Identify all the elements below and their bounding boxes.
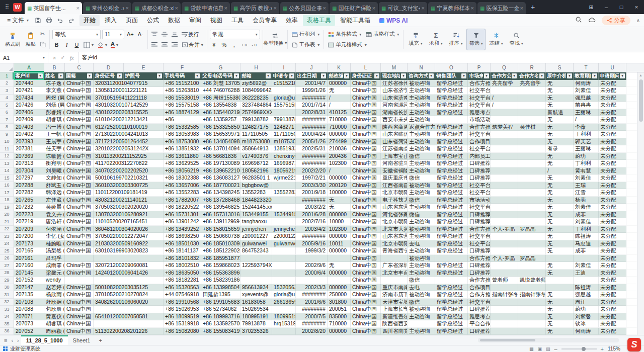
cell[interactable]: 口碑推荐 (468, 306, 491, 313)
align-left-button[interactable] (150, 40, 159, 49)
cell[interactable]: 山东省东营 (381, 233, 408, 240)
share-button[interactable]: 分享 (602, 16, 630, 25)
cell[interactable]: 207288 (14, 182, 44, 190)
row-number[interactable]: 30 (0, 284, 14, 292)
cell[interactable]: / (546, 167, 574, 175)
reading-view-icon[interactable]: ▤ (546, 346, 550, 351)
cell[interactable]: 未分配 (599, 95, 626, 102)
cell[interactable]: China中国 (65, 102, 94, 109)
cell[interactable]: 桂婉唯 (女 (44, 240, 65, 248)
file-menu[interactable]: ≡ 文件 ▾ (4, 16, 32, 25)
cell[interactable]: 留学总经过 (435, 328, 468, 335)
cell[interactable]: 10000 (328, 218, 351, 226)
cell[interactable]: 511302200208201226 (94, 328, 124, 335)
cell[interactable]: 蔚玏 (574, 153, 599, 160)
cell[interactable]: 207173 (14, 240, 44, 248)
cell[interactable]: 梁馨元 (女 (44, 270, 65, 277)
cell[interactable] (94, 255, 124, 262)
cell[interactable]: 207052 (14, 328, 44, 335)
cell[interactable]: 未分配 (599, 262, 626, 270)
cell[interactable]: 200120 (328, 182, 351, 190)
cell[interactable]: China中国 (65, 160, 94, 167)
cell[interactable]: 207073 (14, 320, 44, 328)
cell[interactable]: China中国 (65, 218, 94, 226)
cell[interactable]: 320311200104077915 (94, 80, 124, 87)
cell[interactable]: 丁利利 (574, 226, 599, 233)
cell[interactable]: 主动咨询 (408, 138, 435, 146)
cell[interactable]: 无 (546, 328, 574, 335)
cell[interactable]: China中国 (351, 306, 381, 313)
cell[interactable] (124, 255, 164, 262)
column-header-K[interactable]: K (328, 63, 351, 72)
cell[interactable]: 上海市长宁 (381, 306, 408, 313)
cell[interactable]: 指南针张冬 (518, 291, 546, 299)
cell[interactable]: 赵若婷 (女 (44, 284, 65, 292)
cell[interactable]: 358664913 (240, 145, 272, 153)
cell[interactable] (491, 299, 518, 306)
cell[interactable]: +86 1573130169 (201, 211, 240, 219)
table-style-menu[interactable]: 表格样式▾ (364, 30, 400, 39)
paste-button[interactable]: 粘贴 (24, 29, 38, 50)
maximize-icon[interactable]: □ (614, 0, 629, 14)
header-cell[interactable]: 客户id▾ (14, 72, 44, 80)
cell[interactable]: China中国 (351, 255, 381, 262)
fill-button[interactable]: 填充▾ (406, 29, 425, 50)
cell[interactable]: 口碑推荐 (468, 262, 491, 270)
cell[interactable]: 2002/7/16 (296, 218, 328, 226)
cell[interactable]: 无 (328, 87, 351, 95)
cell[interactable]: 主动咨询 (408, 189, 435, 197)
row-number[interactable]: 36 (0, 328, 14, 335)
cell[interactable]: 苗冉冉 (574, 102, 599, 109)
filter-icon[interactable]: ▾ (592, 73, 597, 78)
cell[interactable]: 301800 (328, 299, 351, 306)
cell[interactable]: 重庆市南岸 (381, 284, 408, 292)
filter-icon[interactable]: ▾ (117, 73, 122, 78)
align-right-button[interactable] (171, 40, 179, 49)
cell[interactable]: +86 52734062 (201, 306, 240, 313)
cell[interactable]: +86 18099519 (164, 313, 201, 321)
cell[interactable]: 15344915E (272, 211, 296, 219)
cell[interactable] (491, 320, 518, 328)
cell[interactable]: +86 15319918 (164, 320, 201, 328)
comma-button[interactable]: , (230, 40, 238, 49)
cell[interactable]: / (328, 95, 351, 102)
header-cell[interactable]: 合作方公▾ (491, 72, 518, 80)
align-top-button[interactable] (150, 30, 159, 39)
cell[interactable]: 79913878 (240, 320, 272, 328)
cell[interactable]: 济南市历下 (381, 291, 408, 299)
cell[interactable]: 无 (546, 299, 574, 306)
cell[interactable]: +86 18635050 (164, 270, 201, 277)
cell[interactable]: 口碑推荐 (468, 211, 491, 219)
row-number[interactable]: 16 (0, 182, 14, 190)
undo-button[interactable] (57, 17, 63, 24)
cell[interactable]: 口碑推荐 (468, 167, 491, 175)
cell[interactable]: 000000 (328, 211, 351, 219)
column-header-U[interactable]: U (599, 63, 626, 72)
cell[interactable]: China中国 (65, 174, 94, 182)
decrease-font-button[interactable]: A- (136, 30, 145, 39)
cell[interactable]: guiwanwei (272, 240, 296, 248)
header-cell[interactable]: 原中介机▾ (546, 72, 574, 80)
cell[interactable] (272, 109, 296, 117)
cell[interactable]: 未分配 (599, 226, 626, 233)
cell[interactable]: 口碑推荐 (468, 160, 491, 167)
cell[interactable]: 无 (546, 102, 574, 109)
row-number[interactable]: 23 (0, 233, 14, 240)
zoom-out-button[interactable]: – (554, 346, 557, 352)
cell[interactable]: 合作方推荐 (468, 226, 491, 233)
header-cell[interactable]: 邮政编码▾ (328, 72, 351, 80)
cell[interactable]: 留学总经过 (435, 80, 468, 87)
cell[interactable]: 留学总经过 (435, 218, 468, 226)
cell[interactable]: 未分配 (599, 131, 626, 138)
cell[interactable]: China中国 (351, 189, 381, 197)
cell[interactable]: 未分配 (599, 124, 626, 131)
cell[interactable]: China中国 (65, 211, 94, 219)
cell[interactable]: China中国 (65, 328, 94, 335)
cell[interactable]: ######## (296, 124, 328, 131)
cell[interactable]: 710000 (328, 320, 351, 328)
row-number[interactable]: 5 (0, 102, 14, 109)
scrollbar-thumb[interactable] (639, 79, 643, 122)
number-format-select[interactable]: 常规▾ (210, 30, 260, 39)
cell[interactable]: 包欣辰 (女 (44, 306, 65, 313)
cell[interactable]: 韩泽远 (女 (44, 189, 65, 197)
